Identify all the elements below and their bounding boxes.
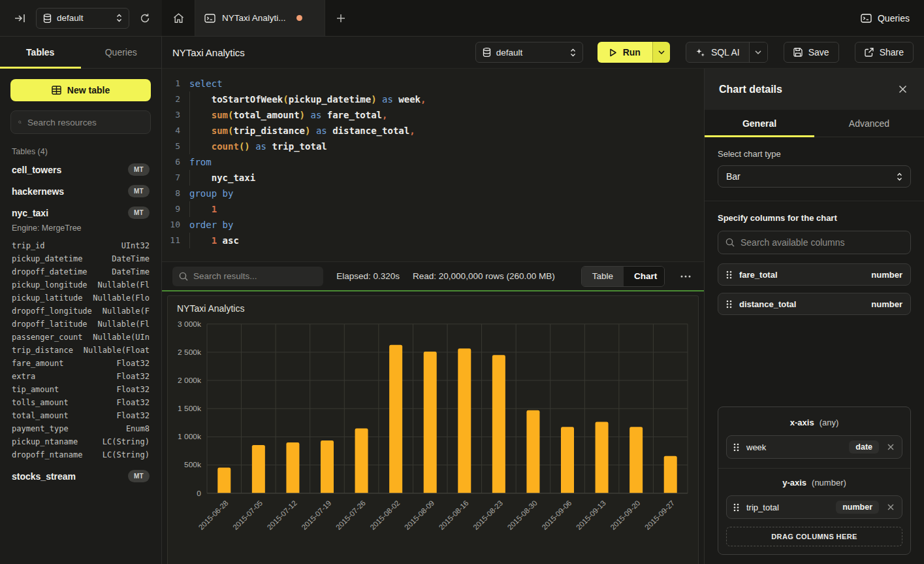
remove-column-button[interactable] xyxy=(886,503,895,512)
save-button[interactable]: Save xyxy=(784,42,839,63)
svg-text:2015-07-05: 2015-07-05 xyxy=(231,499,264,531)
chip-column-type: number xyxy=(871,270,902,280)
tab-strip: NYTaxi Analyti... xyxy=(162,0,846,36)
view-toggle-chart[interactable]: Chart xyxy=(624,267,665,286)
sidebar-tab-queries[interactable]: Queries xyxy=(81,37,162,68)
axis-column-chip[interactable]: weekdate xyxy=(726,435,902,459)
column-type: Float32 xyxy=(116,383,150,396)
column-type: Nullable(Fl xyxy=(98,318,150,331)
code-text: from xyxy=(189,154,704,170)
tab-general[interactable]: General xyxy=(705,110,814,137)
search-icon xyxy=(725,238,735,247)
chart-type-select[interactable]: Bar xyxy=(718,165,911,188)
column-type: LC(String) xyxy=(103,435,150,448)
table-item[interactable]: hackernewsMT xyxy=(10,180,151,202)
tab-advanced[interactable]: Advanced xyxy=(814,110,924,137)
results-toolbar: Elapsed: 0.320s Read: 20,000,000 rows (2… xyxy=(162,261,704,290)
refresh-button[interactable] xyxy=(137,10,153,26)
database-selector[interactable]: default xyxy=(36,8,129,29)
view-toggle-table[interactable]: Table xyxy=(582,267,624,286)
svg-text:2015-06-28: 2015-06-28 xyxy=(197,499,230,531)
chip-column-name: week xyxy=(746,442,842,452)
code-text: sum(trip_distance) as distance_total, xyxy=(189,123,704,139)
chevron-updown-icon xyxy=(570,48,576,57)
more-options-button[interactable] xyxy=(678,273,693,280)
sql-ai-options-button[interactable] xyxy=(749,42,767,62)
editor-line: 4 sum(trip_distance) as distance_total, xyxy=(162,123,704,139)
line-number: 7 xyxy=(162,170,189,186)
database-icon xyxy=(483,48,491,57)
results-search-input[interactable] xyxy=(193,271,317,281)
column-type: UInt32 xyxy=(121,239,150,252)
column-name: dropoff_datetime xyxy=(12,265,88,278)
sidebar-tab-tables[interactable]: Tables xyxy=(0,37,81,68)
available-column-chip[interactable]: fare_totalnumber xyxy=(718,263,911,286)
table-name: nyc_taxi xyxy=(12,208,48,218)
drop-zone[interactable]: DRAG COLUMNS HERE xyxy=(726,527,902,546)
table-grid-icon xyxy=(52,86,61,95)
table-engine: Engine: MergeTree xyxy=(10,224,151,238)
run-button-group: Run xyxy=(597,42,670,63)
column-row: tip_amountFloat32 xyxy=(12,383,150,396)
chart-details-tabs: General Advanced xyxy=(705,110,924,137)
chart-details-panel: Chart details General Advanced Select ch… xyxy=(704,69,924,564)
columns-search[interactable] xyxy=(718,231,911,254)
svg-text:2015-08-23: 2015-08-23 xyxy=(471,499,504,531)
columns-search-input[interactable] xyxy=(741,237,903,248)
axis-column-chip[interactable]: trip_totalnumber xyxy=(726,495,902,519)
svg-text:1 500k: 1 500k xyxy=(178,404,201,413)
resources-search-input[interactable] xyxy=(27,118,143,127)
query-tab-nytaxi[interactable]: NYTaxi Analyti... xyxy=(195,0,325,36)
share-label: Share xyxy=(880,47,904,58)
sidebar: Tables Queries New table Tables (4) cell… xyxy=(0,37,162,564)
sql-editor[interactable]: 1select2 toStartOfWeek(pickup_datetime) … xyxy=(162,69,704,261)
run-button[interactable]: Run xyxy=(597,42,652,63)
svg-text:2015-08-09: 2015-08-09 xyxy=(403,499,436,531)
table-item[interactable]: stocks_streamMT xyxy=(10,465,151,487)
refresh-icon xyxy=(140,13,150,24)
new-table-button[interactable]: New table xyxy=(10,79,151,101)
topbar-left: default xyxy=(0,0,162,36)
column-name: dropoff_latitude xyxy=(12,318,88,331)
column-type: Float32 xyxy=(116,370,150,383)
queries-button[interactable]: Queries xyxy=(861,13,910,24)
sql-ai-button[interactable]: SQL AI xyxy=(686,42,749,62)
y-axis-header: y-axis(number) xyxy=(726,478,902,488)
editor-line: 10order by xyxy=(162,217,704,233)
share-button[interactable]: Share xyxy=(855,42,914,63)
column-name: pickup_datetime xyxy=(12,252,82,265)
column-row: pickup_datetimeDateTime xyxy=(12,252,150,265)
tables-section-header: Tables (4) xyxy=(12,147,150,156)
column-type: Float32 xyxy=(116,396,150,409)
editor-line: 2 toStartOfWeek(pickup_datetime) as week… xyxy=(162,91,704,107)
remove-column-button[interactable] xyxy=(886,442,895,452)
editor-toolbar: NYTaxi Analytics default Run xyxy=(162,37,924,69)
chart-title: NYTaxi Analytics xyxy=(168,296,698,315)
new-tab-button[interactable] xyxy=(325,0,357,36)
code-text: toStartOfWeek(pickup_datetime) as week, xyxy=(189,91,704,107)
home-button[interactable] xyxy=(162,0,195,36)
table-item[interactable]: cell_towersMT xyxy=(10,159,151,180)
run-options-button[interactable] xyxy=(652,42,670,63)
svg-text:2 500k: 2 500k xyxy=(178,348,201,357)
sidebar-tabs: Tables Queries xyxy=(0,37,161,69)
available-column-chip[interactable]: distance_totalnumber xyxy=(718,293,911,315)
database-icon xyxy=(43,14,52,23)
column-row: pickup_ntanameLC(String) xyxy=(12,435,150,448)
results-search[interactable] xyxy=(172,267,323,286)
drag-handle-icon xyxy=(726,271,732,279)
code-text: group by xyxy=(189,186,704,201)
collapse-sidebar-button[interactable] xyxy=(12,11,28,25)
chart-panel: NYTaxi Analytics 0500k1 000k1 500k2 000k… xyxy=(167,295,699,564)
bar-chart: 0500k1 000k1 500k2 000k2 500k3 000k2015-… xyxy=(168,315,698,564)
queries-label: Queries xyxy=(878,13,910,24)
play-icon xyxy=(609,48,617,57)
collapse-sidebar-icon xyxy=(14,14,25,23)
resources-search[interactable] xyxy=(10,110,151,134)
save-label: Save xyxy=(808,47,829,58)
column-row: tolls_amountFloat32 xyxy=(12,396,150,409)
close-panel-button[interactable] xyxy=(896,82,910,96)
table-item[interactable]: nyc_taxiMT xyxy=(10,202,151,224)
editor-database-selector[interactable]: default xyxy=(475,42,583,63)
column-name: extra xyxy=(12,370,35,383)
